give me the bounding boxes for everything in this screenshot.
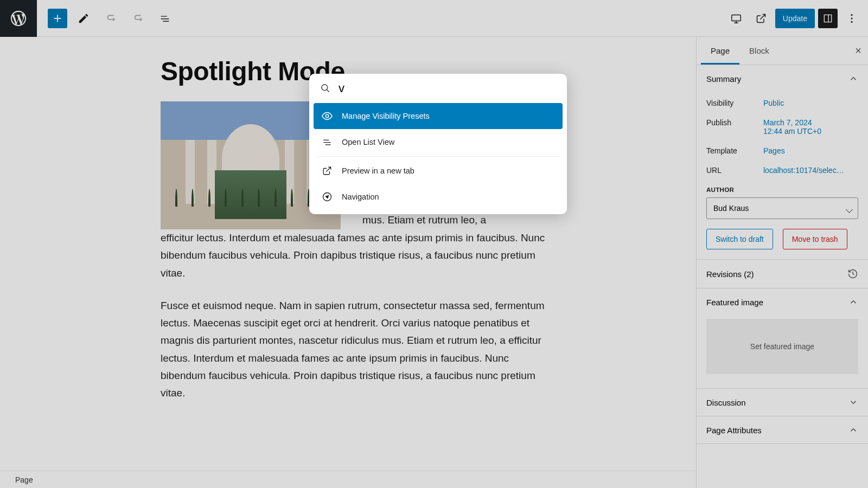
list-view-icon bbox=[321, 136, 333, 148]
svg-rect-0 bbox=[732, 15, 741, 21]
top-toolbar: Update bbox=[0, 0, 868, 37]
panel-featured-image: Featured image Set featured image bbox=[697, 288, 868, 389]
wordpress-icon bbox=[9, 9, 28, 28]
sidebar-icon bbox=[822, 12, 834, 24]
chevron-down-icon bbox=[848, 397, 858, 407]
pencil-icon bbox=[78, 12, 90, 24]
command-search-input[interactable] bbox=[339, 81, 556, 95]
publish-value[interactable]: March 7, 202412:44 am UTC+0 bbox=[763, 118, 858, 136]
list-view-icon bbox=[159, 12, 171, 24]
external-link-icon bbox=[321, 165, 333, 177]
author-select[interactable]: Bud Kraus bbox=[706, 197, 858, 219]
template-label: Template bbox=[706, 146, 763, 155]
redo-button[interactable] bbox=[127, 8, 149, 29]
add-block-button[interactable] bbox=[48, 9, 67, 28]
svg-point-3 bbox=[851, 21, 852, 22]
redo-icon bbox=[132, 12, 144, 24]
svg-point-4 bbox=[322, 85, 328, 91]
tab-block[interactable]: Block bbox=[739, 37, 779, 65]
desktop-icon bbox=[730, 12, 742, 24]
command-search[interactable] bbox=[309, 74, 567, 97]
visibility-value[interactable]: Public bbox=[763, 99, 858, 107]
settings-sidebar-toggle[interactable] bbox=[818, 9, 838, 28]
tools-button[interactable] bbox=[73, 8, 94, 29]
plus-icon bbox=[52, 12, 63, 24]
panel-featured-header[interactable]: Featured image bbox=[697, 288, 868, 316]
svg-point-1 bbox=[851, 14, 852, 16]
search-icon bbox=[320, 83, 331, 94]
paragraph-block[interactable]: Fusce et euismod neque. Nam in sapien ru… bbox=[161, 297, 546, 402]
wordpress-logo[interactable] bbox=[0, 0, 37, 37]
panel-summary: Summary VisibilityPublic PublishMarch 7,… bbox=[697, 65, 868, 260]
visibility-label: Visibility bbox=[706, 99, 763, 107]
chevron-up-icon bbox=[848, 74, 858, 84]
palette-divider bbox=[316, 156, 560, 157]
svg-point-5 bbox=[326, 114, 329, 118]
more-vertical-icon bbox=[846, 12, 858, 24]
url-value[interactable]: localhost:10174/selec… bbox=[763, 166, 858, 175]
view-button[interactable] bbox=[725, 8, 747, 29]
tab-page[interactable]: Page bbox=[701, 37, 739, 65]
toolbar-right: Update bbox=[725, 8, 863, 29]
external-link-icon bbox=[756, 13, 767, 24]
set-featured-image-button[interactable]: Set featured image bbox=[706, 319, 858, 374]
move-to-trash-button[interactable]: Move to trash bbox=[783, 229, 847, 249]
paragraph-text[interactable]: efficitur lectus. Interdum et malesuada … bbox=[161, 229, 546, 282]
palette-item-list-view[interactable]: Open List View bbox=[314, 129, 563, 155]
undo-icon bbox=[105, 12, 117, 24]
block-breadcrumb[interactable]: Page bbox=[0, 471, 696, 488]
panel-page-attributes[interactable]: Page Attributes bbox=[697, 416, 868, 444]
compass-icon bbox=[321, 191, 333, 203]
update-button[interactable]: Update bbox=[775, 9, 815, 28]
eye-icon bbox=[321, 110, 333, 122]
switch-to-draft-button[interactable]: Switch to draft bbox=[706, 229, 773, 249]
settings-sidebar: Page Block × Summary VisibilityPublic Pu… bbox=[696, 37, 868, 488]
panel-revisions[interactable]: Revisions (2) bbox=[697, 260, 868, 288]
toolbar-left bbox=[0, 0, 176, 37]
undo-button[interactable] bbox=[100, 8, 122, 29]
document-overview-button[interactable] bbox=[154, 8, 176, 29]
command-palette: Manage Visibility Presets Open List View… bbox=[309, 74, 567, 214]
palette-item-preview-new-tab[interactable]: Preview in a new tab bbox=[314, 158, 563, 184]
close-sidebar-button[interactable]: × bbox=[855, 44, 861, 57]
chevron-up-icon bbox=[848, 297, 858, 307]
publish-label: Publish bbox=[706, 118, 763, 136]
author-label: AUTHOR bbox=[706, 187, 858, 193]
preview-button[interactable] bbox=[750, 8, 772, 29]
palette-item-navigation[interactable]: Navigation bbox=[314, 184, 563, 210]
sidebar-tabs: Page Block × bbox=[697, 37, 868, 65]
panel-summary-header[interactable]: Summary bbox=[697, 65, 868, 92]
history-icon bbox=[847, 268, 858, 279]
chevron-up-icon bbox=[848, 425, 858, 435]
options-button[interactable] bbox=[841, 8, 863, 29]
palette-item-visibility-presets[interactable]: Manage Visibility Presets bbox=[314, 103, 563, 129]
svg-point-2 bbox=[851, 17, 852, 19]
url-label: URL bbox=[706, 166, 763, 175]
template-value[interactable]: Pages bbox=[763, 146, 858, 155]
panel-discussion[interactable]: Discussion bbox=[697, 389, 868, 416]
